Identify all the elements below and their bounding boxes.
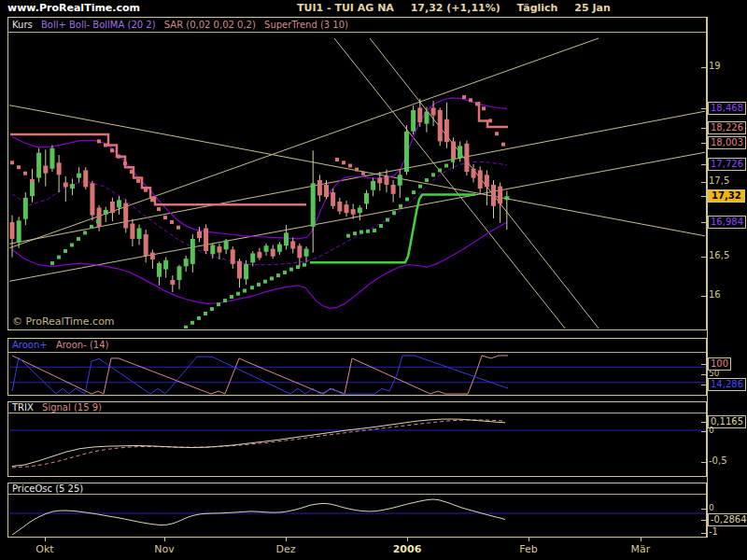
candle-body[interactable] (324, 185, 329, 197)
candle-body[interactable] (491, 185, 496, 206)
legend-aroon-minus[interactable]: Aroon- (14) (56, 340, 109, 350)
price-chart-panel[interactable]: Kurs Boll+ Boll- BollMA (20 2) SAR (0,02… (7, 17, 707, 330)
candle-body[interactable] (49, 148, 54, 169)
candle-body[interactable] (63, 183, 68, 188)
candle-body[interactable] (290, 241, 295, 248)
candle-body[interactable] (277, 245, 282, 252)
sar-dot-up (57, 256, 61, 259)
legend-trix-signal[interactable]: Signal (15 9) (42, 402, 102, 413)
candle-body[interactable] (438, 110, 443, 141)
candle-body[interactable] (444, 119, 449, 143)
candle-body[interactable] (130, 224, 134, 239)
candle-body[interactable] (337, 202, 342, 212)
candle-body[interactable] (90, 183, 94, 215)
candle-body[interactable] (123, 203, 128, 229)
candle-body[interactable] (224, 241, 229, 250)
candle-body[interactable] (77, 174, 81, 178)
candle-body[interactable] (170, 280, 175, 285)
candle-body[interactable] (177, 266, 182, 280)
candle-body[interactable] (117, 200, 121, 207)
candle-body[interactable] (358, 207, 362, 213)
candle-body[interactable] (317, 180, 322, 195)
candle-body[interactable] (57, 162, 62, 175)
candle-body[interactable] (351, 209, 356, 215)
candle-body[interactable] (36, 153, 41, 178)
sar-dot-up (236, 292, 240, 296)
candle-body[interactable] (264, 245, 269, 252)
sar-dot-up (276, 273, 280, 277)
candle-body[interactable] (398, 175, 402, 185)
candle-body[interactable] (311, 183, 316, 227)
candle-body[interactable] (144, 234, 148, 256)
candle-body[interactable] (424, 112, 429, 124)
aroon-axis-label: 14,286 (708, 378, 746, 391)
trendline[interactable] (334, 38, 566, 329)
sar-dot-down (335, 158, 339, 161)
candle-body[interactable] (184, 259, 189, 266)
candle-body[interactable] (364, 193, 369, 203)
candle-body[interactable] (250, 253, 255, 262)
candle-body[interactable] (257, 252, 261, 259)
time-axis[interactable]: OktNovDez2006FebMär (0, 538, 747, 560)
candle-body[interactable] (331, 192, 335, 206)
candle-body[interactable] (345, 204, 349, 213)
candle-body[interactable] (190, 239, 195, 264)
candle-body[interactable] (197, 231, 202, 238)
aroon-panel[interactable]: Aroon+ Aroon- (14) (7, 338, 707, 396)
right-axis-labels[interactable]: 1918,46818,22618,00317,72617,517,3216,98… (700, 17, 747, 539)
sar-dot-up (257, 283, 261, 287)
candle-body[interactable] (377, 178, 382, 184)
price-axis-label: 17,5 (709, 175, 729, 187)
candle-body[interactable] (23, 198, 28, 219)
legend-sar[interactable]: SAR (0,02 0,02 0,2) (164, 20, 256, 30)
candle-body[interactable] (417, 107, 422, 122)
candle-body[interactable] (217, 246, 221, 253)
candle-body[interactable] (70, 184, 75, 189)
candle-body[interactable] (431, 107, 436, 115)
candle-body[interactable] (404, 132, 409, 172)
candlestick-chart[interactable] (8, 18, 706, 329)
candle-body[interactable] (504, 196, 509, 200)
sar-dot-up (190, 321, 194, 325)
candle-body[interactable] (271, 249, 275, 257)
trix-panel[interactable]: TRIX Signal (15 9) (7, 401, 707, 477)
candle-body[interactable] (478, 170, 483, 189)
sar-dot-up (263, 280, 267, 284)
legend-priceosc[interactable]: PriceOsc (5 25) (12, 483, 83, 494)
candle-body[interactable] (83, 170, 88, 187)
candle-body[interactable] (411, 110, 416, 132)
trendline[interactable] (8, 111, 706, 245)
candle-body[interactable] (244, 264, 248, 279)
candle-body[interactable] (464, 144, 469, 172)
candle-body[interactable] (498, 187, 502, 204)
candle-body[interactable] (237, 261, 242, 279)
candle-body[interactable] (384, 176, 388, 185)
candle-body[interactable] (104, 210, 108, 215)
legend-supertrend[interactable]: SuperTrend (3 10) (264, 20, 348, 30)
candle-body[interactable] (391, 185, 396, 194)
candle-body[interactable] (210, 245, 215, 254)
candle-body[interactable] (284, 232, 289, 245)
candle-body[interactable] (297, 245, 302, 258)
candle-body[interactable] (485, 175, 489, 187)
candle-body[interactable] (157, 263, 162, 277)
priceosc-panel[interactable]: PriceOsc (5 25) (7, 483, 707, 538)
brand-logo-text[interactable]: www.ProRealTime.com (7, 2, 140, 14)
legend-aroon-plus[interactable]: Aroon+ (12, 340, 48, 350)
candle-body[interactable] (304, 249, 309, 257)
candle-body[interactable] (204, 229, 208, 252)
candle-body[interactable] (10, 222, 15, 239)
candle-body[interactable] (472, 169, 476, 178)
candle-body[interactable] (97, 207, 102, 226)
candle-body[interactable] (137, 229, 142, 239)
candle-body[interactable] (110, 202, 115, 213)
candle-body[interactable] (17, 220, 21, 243)
legend-trix[interactable]: TRIX (12, 402, 34, 413)
candle-body[interactable] (451, 141, 456, 160)
candle-body[interactable] (371, 181, 375, 190)
candle-body[interactable] (43, 166, 48, 174)
candle-body[interactable] (150, 253, 155, 259)
candle-body[interactable] (163, 260, 168, 270)
legend-bollinger[interactable]: Boll+ Boll- BollMA (20 2) (41, 20, 156, 30)
candle-body[interactable] (231, 249, 235, 264)
